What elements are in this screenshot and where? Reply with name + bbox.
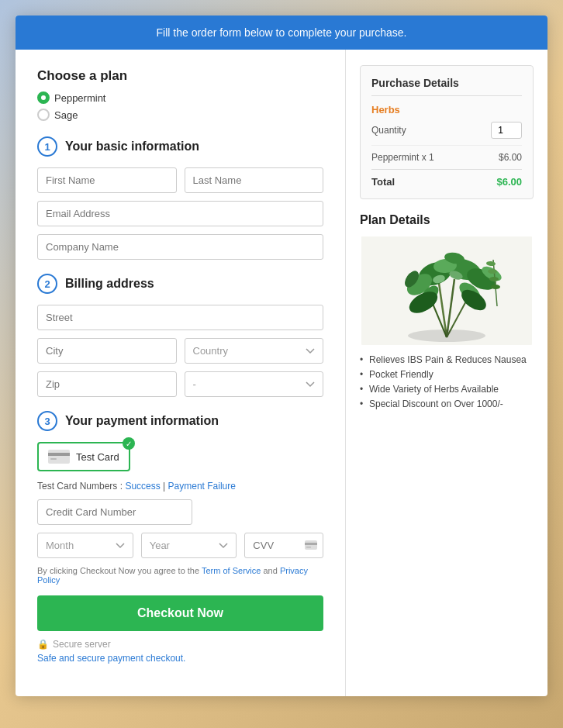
- payment-title: Your payment information: [65, 414, 219, 428]
- radio-peppermint: [37, 91, 50, 104]
- name-row: [37, 167, 323, 193]
- month-year-cvv-row: Month 0102 0304 0506 0708 0910 1112 Year…: [37, 533, 323, 558]
- payment-section: 3 Your payment information Test Card ✓ T…: [37, 411, 323, 664]
- purchase-details-title: Purchase Details: [371, 77, 522, 96]
- test-card-label: Test Card: [76, 451, 119, 463]
- svg-rect-1: [48, 453, 70, 456]
- last-name-input[interactable]: [185, 167, 324, 193]
- terms-text: By clicking Checkout Now you agree to th…: [37, 566, 323, 585]
- company-row: [37, 234, 323, 260]
- billing-number: 2: [37, 274, 57, 294]
- success-link[interactable]: Success: [125, 481, 160, 492]
- herb-image: [360, 236, 534, 345]
- terms-link[interactable]: Term of Service: [202, 566, 261, 575]
- year-select[interactable]: Year 20242025 20262027 20282029: [141, 533, 237, 558]
- city-input[interactable]: [37, 338, 177, 364]
- payment-header: 3 Your payment information: [37, 411, 323, 431]
- cvv-card-icon: [305, 540, 317, 552]
- state-select[interactable]: -: [185, 371, 324, 397]
- herb-svg: [360, 236, 534, 345]
- feature-1: Relieves IBS Pain & Reduces Nausea: [360, 354, 534, 365]
- feature-4: Special Discount on Over 1000/-: [360, 399, 534, 409]
- content-wrapper: Choose a plan Peppermint Sage 1 Your: [16, 50, 547, 696]
- plan-peppermint-label: Peppermint: [54, 92, 105, 104]
- svg-rect-2: [50, 458, 57, 460]
- zip-input[interactable]: [37, 371, 177, 397]
- feature-3: Wide Variety of Herbs Available: [360, 384, 534, 395]
- cvv-wrap: [244, 533, 323, 558]
- country-select[interactable]: Country United States United Kingdom Ind…: [185, 338, 324, 364]
- checkout-button[interactable]: Checkout Now: [37, 595, 323, 631]
- street-row: [37, 305, 323, 330]
- total-price: $6.00: [496, 176, 522, 188]
- secure-info: 🔒 Secure server: [37, 639, 323, 650]
- main-container: Fill the order form below to complete yo…: [16, 16, 547, 696]
- svg-rect-0: [48, 450, 70, 464]
- plan-details-title: Plan Details: [360, 213, 534, 227]
- radio-sage: [37, 109, 50, 121]
- total-row: Total $6.00: [371, 169, 522, 188]
- credit-card-icon: [48, 450, 70, 464]
- product-price: $6.00: [499, 152, 522, 163]
- svg-rect-5: [306, 547, 311, 548]
- billing-section: 2 Billing address Country United States …: [37, 274, 323, 397]
- test-card-option[interactable]: Test Card ✓: [37, 442, 130, 471]
- zip-state-row: -: [37, 371, 323, 397]
- first-name-input[interactable]: [37, 167, 177, 193]
- billing-header: 2 Billing address: [37, 274, 323, 294]
- banner-text: Fill the order form below to complete yo…: [157, 26, 407, 39]
- cc-number-input[interactable]: [37, 499, 192, 525]
- quantity-label: Quantity: [371, 125, 406, 136]
- test-card-numbers: Test Card Numbers : Success | Payment Fa…: [37, 481, 323, 492]
- email-input[interactable]: [37, 201, 323, 226]
- company-input[interactable]: [37, 234, 323, 260]
- payment-number: 3: [37, 411, 57, 431]
- quantity-input[interactable]: [491, 122, 522, 139]
- safe-text: Safe and secure payment checkout.: [37, 653, 323, 664]
- quantity-row: Quantity: [371, 122, 522, 139]
- left-panel: Choose a plan Peppermint Sage 1 Your: [16, 50, 346, 696]
- purchase-details-box: Purchase Details Herbs Quantity Peppermi…: [360, 65, 534, 199]
- plan-sage-label: Sage: [54, 109, 78, 121]
- street-input[interactable]: [37, 305, 323, 330]
- choose-plan-section: Choose a plan Peppermint Sage: [37, 68, 323, 121]
- svg-rect-4: [305, 543, 317, 545]
- plan-option-peppermint[interactable]: Peppermint: [37, 91, 323, 104]
- secure-label: Secure server: [53, 639, 111, 650]
- product-label: Peppermint x 1: [371, 152, 434, 163]
- plan-details-section: Plan Details: [360, 213, 534, 409]
- selected-check-badge: ✓: [123, 437, 135, 450]
- month-select[interactable]: Month 0102 0304 0506 0708 0910 1112: [37, 533, 133, 558]
- lock-icon: 🔒: [37, 639, 49, 650]
- svg-rect-6: [361, 236, 532, 345]
- plan-features-list: Relieves IBS Pain & Reduces Nausea Pocke…: [360, 354, 534, 409]
- plan-options: Peppermint Sage: [37, 91, 323, 121]
- herbs-label: Herbs: [371, 104, 522, 116]
- top-banner: Fill the order form below to complete yo…: [16, 16, 547, 50]
- city-country-row: Country United States United Kingdom Ind…: [37, 338, 323, 364]
- choose-plan-title: Choose a plan: [37, 68, 323, 84]
- basic-info-title: Your basic information: [65, 140, 199, 154]
- product-row: Peppermint x 1 $6.00: [371, 145, 522, 163]
- right-panel: Purchase Details Herbs Quantity Peppermi…: [346, 50, 547, 429]
- basic-info-section: 1 Your basic information: [37, 136, 323, 260]
- svg-point-30: [408, 329, 485, 342]
- failure-link[interactable]: Payment Failure: [168, 481, 236, 492]
- basic-info-number: 1: [37, 136, 57, 157]
- total-label: Total: [371, 176, 395, 188]
- basic-info-header: 1 Your basic information: [37, 136, 323, 157]
- billing-title: Billing address: [65, 277, 154, 291]
- feature-2: Pocket Friendly: [360, 369, 534, 380]
- cc-number-row: [37, 499, 323, 525]
- plan-option-sage[interactable]: Sage: [37, 109, 323, 121]
- email-row: [37, 201, 323, 226]
